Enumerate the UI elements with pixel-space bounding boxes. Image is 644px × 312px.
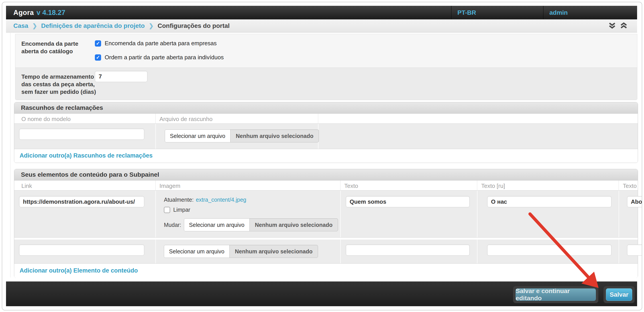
breadcrumb-home[interactable]: Casa [13,22,28,30]
column-header: Imagem [160,182,180,189]
chevron-right-icon: ❯ [32,23,37,30]
draft-name-input[interactable] [19,129,144,140]
column-header: Arquivo de rascunho [160,116,212,123]
file-select-button[interactable]: Selecionar um arquivo [184,219,250,231]
column-header: Texto [344,182,358,189]
column-header: Texto [ru] [481,182,505,189]
submit-row: Salvar e continuar editando Salvar [6,281,637,306]
element-text-extra-input[interactable] [627,244,642,256]
draft-row: Selecionar um arquivo Nenhum arquivo sel… [14,124,638,149]
check-icon: ✓ [96,55,100,60]
checkbox-label: Ordem a partir da parte aberta para indi… [105,54,224,61]
section-content-elements: Seus elementos de conteúdo para o Subpai… [14,169,638,278]
locale-menu[interactable]: PT-BR [451,6,543,19]
user-label[interactable]: admin [544,9,568,16]
current-file-link[interactable]: extra_content/4.jpeg [196,197,246,203]
section-claim-drafts: Rascunhos de reclamações O nome do model… [14,102,638,163]
file-select-button[interactable]: Selecionar um arquivo [164,245,230,258]
content-element-row: Atualmente: extra_content/4.jpeg Limpar … [14,191,638,238]
field-label: Tempo de armazenamento das cestas da peç… [22,73,97,96]
element-text-input[interactable] [346,244,470,256]
element-image-file-input: Selecionar um arquivo Nenhum arquivo sel… [164,245,318,258]
draft-file-input: Selecionar um arquivo Nenhum arquivo sel… [165,130,319,142]
save-button-well: Salvar [604,286,635,303]
section-title: Seus elementos de conteúdo para o Subpai… [21,171,159,178]
breadcrumb-current: Configurações do portal [158,22,230,30]
change-label: Mudar: [164,222,181,228]
checkbox-order-individuals[interactable]: ✓ [95,54,101,61]
checkbox-label: Encomenda da parte aberta para empresas [105,40,217,47]
change-image-file-input: Selecionar um arquivo Nenhum arquivo sel… [184,218,338,231]
breadcrumb: Casa ❯ Definições de aparência do projet… [6,19,637,33]
version-label: v 4.18.27 [36,9,65,17]
storage-days-input[interactable] [95,71,148,82]
element-text-input[interactable] [346,196,470,207]
collapse-all-icon[interactable] [608,22,616,30]
add-row: Adicionar outro(a) Elemento de conteúdo [14,264,638,278]
app-window: Agora v 4.18.27 PT-BR admin Casa ❯ Defin… [2,2,642,310]
portal-settings-form: Encomenda da parte aberta do catálogo ✓ … [15,34,637,100]
section-header[interactable]: Seus elementos de conteúdo para o Subpai… [14,169,638,180]
expand-all-icon[interactable] [620,22,628,30]
add-draft-link[interactable]: Adicionar outro(a) Rascunhos de reclamaç… [20,152,152,159]
file-select-button[interactable]: Selecionar um arquivo [165,130,230,142]
locale-label[interactable]: PT-BR [452,9,476,16]
clear-label: Limpar [173,207,190,213]
check-icon: ✓ [96,41,100,46]
element-link-input[interactable] [19,196,144,207]
form-row-basket-storage: Tempo de armazenamento das cestas da peç… [15,68,637,100]
breadcrumb-section[interactable]: Definições de aparência do projeto [41,22,145,30]
column-header-row: O nome do modelo Arquivo de rascunho [14,114,638,124]
file-status-label: Nenhum arquivo selecionado [250,219,338,231]
content-left-border [10,32,10,277]
section-title: Rascunhos de reclamações [21,104,103,111]
field-label: Encomenda da parte aberta do catálogo [22,40,95,55]
add-content-element-link[interactable]: Adicionar outro(a) Elemento de conteúdo [20,267,138,274]
section-header[interactable]: Rascunhos de reclamações [14,102,638,114]
save-button[interactable]: Salvar [606,288,632,301]
form-row-open-catalog-order: Encomenda da parte aberta do catálogo ✓ … [15,34,637,68]
save-continue-button[interactable]: Salvar e continuar editando [516,288,596,301]
currently-label: Atualmente: [164,197,194,203]
clear-image-checkbox[interactable] [164,207,170,213]
top-header-bar: Agora v 4.18.27 PT-BR admin [6,6,637,19]
element-link-input[interactable] [19,244,144,256]
brand-logo: Agora [13,9,34,17]
column-header: Link [22,182,32,189]
file-status-label: Nenhum arquivo selecionado [230,130,319,142]
element-text-ru-input[interactable] [487,196,612,207]
checkbox-order-companies[interactable]: ✓ [95,40,101,47]
chevron-right-icon: ❯ [149,23,154,30]
save-continue-button-well: Salvar e continuar editando [513,286,598,303]
user-menu[interactable]: admin [543,6,637,19]
add-row: Adicionar outro(a) Rascunhos de reclamaç… [14,149,638,163]
column-header-row: Link Imagem Texto Texto [ru] Texto [14,180,638,191]
file-status-label: Nenhum arquivo selecionado [230,245,318,258]
column-header: Texto [623,182,637,189]
element-text-ru-input[interactable] [487,244,612,256]
column-header: O nome do modelo [22,116,70,123]
content-element-row-empty: Selecionar um arquivo Nenhum arquivo sel… [14,240,638,264]
element-text-extra-input[interactable] [627,196,642,207]
